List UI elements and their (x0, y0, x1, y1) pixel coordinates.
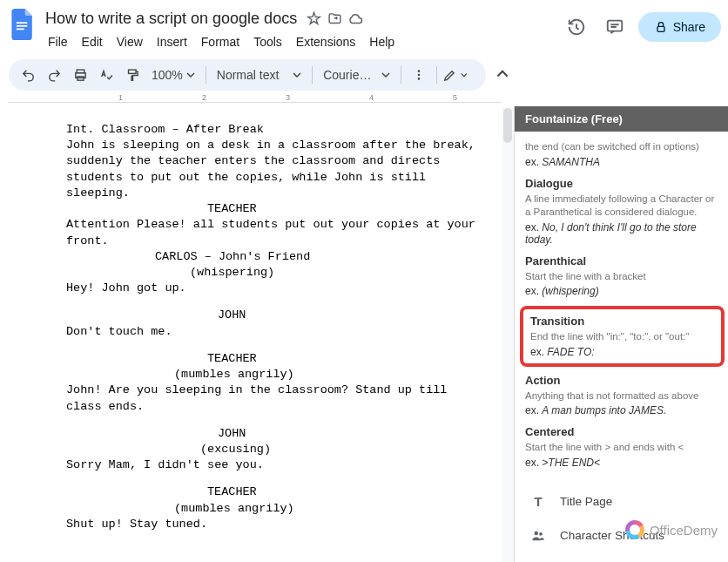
help-section-centered: Centered Start the line with > and ends … (525, 425, 728, 469)
character-name: CARLOS – John's Friend (17, 249, 479, 265)
people-icon (529, 528, 548, 544)
action-text: John is sleeping on a desk in a classroo… (17, 138, 479, 201)
svg-point-10 (418, 74, 421, 77)
share-label: Share (673, 20, 705, 34)
svg-rect-4 (657, 26, 664, 31)
star-icon[interactable] (306, 11, 321, 27)
svg-rect-2 (17, 29, 24, 30)
toolbar: 100% Normal text Courie… (0, 57, 728, 93)
title-page-icon: T (529, 494, 548, 509)
ruler[interactable]: 1 2 3 4 5 (9, 93, 502, 106)
menu-help[interactable]: Help (363, 31, 401, 52)
parenthetical-text: (mumbles angrily) (17, 367, 479, 383)
expand-toolbar-button[interactable] (489, 59, 516, 91)
menu-extensions[interactable]: Extensions (290, 31, 361, 52)
watermark-logo-icon (625, 520, 644, 539)
menu-edit[interactable]: Edit (76, 31, 109, 52)
dialogue-text: Attention Please! all students put out y… (17, 217, 479, 248)
parenthetical-text: (whispering) (17, 265, 479, 281)
parenthetical-text: (excusing) (17, 442, 479, 457)
lock-icon (654, 20, 668, 34)
doc-title[interactable]: How to write a script on google docs (42, 8, 300, 30)
editing-mode-button[interactable] (442, 63, 467, 87)
character-name: JOHN (17, 426, 479, 442)
dialogue-text: Hey! John got up. (17, 281, 479, 296)
dialogue-text: John! Are you sleeping in the classroom?… (17, 383, 479, 414)
print-button[interactable] (68, 63, 92, 87)
cloud-status-icon[interactable] (347, 11, 363, 27)
spellcheck-button[interactable] (94, 63, 118, 87)
docs-logo[interactable] (7, 9, 38, 40)
zoom-select[interactable]: 100% (146, 68, 200, 82)
svg-rect-0 (17, 22, 28, 24)
menu-format[interactable]: Format (195, 31, 246, 52)
chevron-down-icon (293, 71, 301, 79)
document-canvas[interactable]: Int. Classroom – After Break John is sle… (0, 106, 514, 562)
character-name: TEACHER (17, 351, 479, 367)
redo-button[interactable] (42, 63, 66, 87)
character-name: JOHN (17, 308, 479, 323)
svg-point-9 (418, 70, 421, 72)
chevron-down-icon (186, 71, 195, 79)
fountainize-panel: Fountainize (Free) the end (can be switc… (514, 106, 728, 562)
vertical-scrollbar[interactable] (502, 106, 514, 562)
share-button[interactable]: Share (638, 12, 721, 42)
menu-file[interactable]: File (42, 31, 74, 52)
character-name: TEACHER (17, 484, 479, 500)
svg-point-13 (539, 532, 543, 535)
help-section-parenthical: Parenthical Start the line with a bracke… (525, 254, 728, 298)
svg-rect-8 (128, 70, 136, 73)
scene-heading: Int. Classroom – After Break (17, 122, 479, 138)
menu-insert[interactable]: Insert (151, 31, 193, 52)
scrollbar-thumb[interactable] (503, 108, 512, 143)
character-name: TEACHER (17, 201, 479, 217)
svg-point-11 (418, 78, 421, 80)
dialogue-text: Don't touch me. (17, 324, 479, 340)
parenthetical-text: (mumbles angrily) (17, 501, 479, 517)
help-section-transition-highlighted: Transition End the line with "in:", "to:… (520, 306, 725, 367)
menu-view[interactable]: View (111, 31, 149, 52)
menu-bar: File Edit View Insert Format Tools Exten… (42, 31, 562, 52)
menu-tools[interactable]: Tools (247, 31, 288, 52)
paragraph-style-select[interactable]: Normal text (212, 68, 307, 82)
font-select[interactable]: Courie… (318, 68, 395, 82)
history-icon[interactable] (562, 12, 591, 42)
comments-icon[interactable] (600, 12, 630, 42)
chevron-down-icon (381, 71, 390, 79)
panel-item-focus-music[interactable]: Focus Music (525, 553, 728, 562)
help-section-character-cont: the end (can be switched off in options)… (525, 140, 728, 168)
dialogue-text: Shut up! Stay tuned. (17, 517, 479, 532)
panel-item-title-page[interactable]: T Title Page (525, 484, 728, 518)
undo-button[interactable] (16, 63, 40, 87)
svg-rect-1 (17, 25, 28, 27)
svg-rect-3 (607, 21, 622, 31)
dialogue-text: Sorry Mam, I didn't see you. (17, 457, 479, 473)
panel-title: Fountainize (Free) (515, 106, 728, 132)
paint-format-button[interactable] (120, 63, 145, 87)
help-section-dialogue: Dialogue A line immediately following a … (525, 177, 728, 246)
svg-point-12 (535, 531, 539, 535)
help-section-action: Action Anything that is not formatted as… (525, 374, 728, 417)
more-tools-button[interactable] (407, 63, 431, 87)
move-folder-icon[interactable] (327, 11, 342, 27)
watermark: OfficeDemy (625, 520, 718, 539)
